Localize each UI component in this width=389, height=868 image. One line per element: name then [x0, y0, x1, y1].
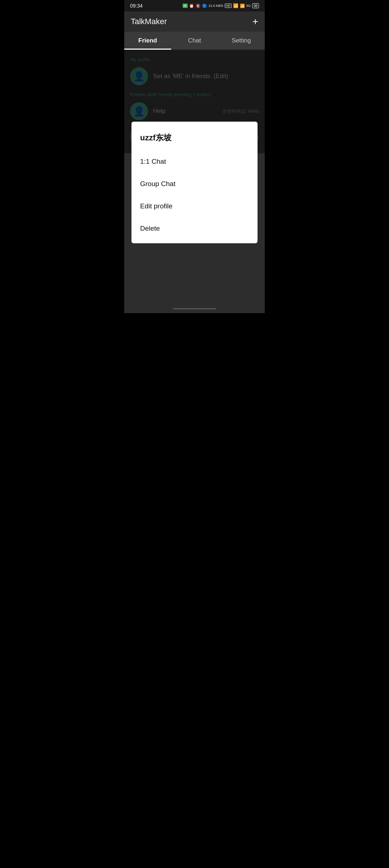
- menu-item-delete[interactable]: Delete: [131, 217, 258, 240]
- tab-bar: Friend Chat Setting: [124, 32, 265, 50]
- tab-setting[interactable]: Setting: [218, 32, 265, 50]
- tab-friend[interactable]: Friend: [124, 32, 171, 50]
- status-bar: 09:34 ✉ ⏰ 🔇 🔵 21.0 KB/S HD 📶 📶 5G 98: [124, 0, 265, 12]
- app-container: 09:34 ✉ ⏰ 🔇 🔵 21.0 KB/S HD 📶 📶 5G 98 Tal…: [124, 0, 265, 313]
- mute-icon: 🔇: [196, 4, 201, 8]
- status-icons: ✉ ⏰ 🔇 🔵 21.0 KB/S HD 📶 📶 5G 98: [183, 3, 259, 8]
- message-notification-icon: ✉: [183, 4, 188, 8]
- add-friend-button[interactable]: +: [252, 17, 258, 27]
- tab-chat[interactable]: Chat: [171, 32, 218, 50]
- signal-icon: 📶: [240, 4, 245, 8]
- battery-icon: 98: [252, 3, 259, 8]
- app-title: TalkMaker: [131, 17, 167, 26]
- status-time: 09:34: [130, 3, 143, 9]
- data-speed-label: 21.0 KB/S: [209, 4, 223, 8]
- content-area: My profile 👤 Set as 'ME' in friends. (Ed…: [124, 50, 265, 313]
- tab-friend-label: Friend: [138, 37, 157, 44]
- tab-setting-label: Setting: [232, 37, 251, 44]
- menu-item-one-to-one-chat[interactable]: 1:1 Chat: [131, 150, 258, 173]
- bluetooth-icon: 🔵: [202, 4, 207, 8]
- wifi-icon: 📶: [233, 3, 238, 8]
- context-menu: uzzf东坡 1:1 Chat Group Chat Edit profile …: [131, 122, 258, 243]
- alarm-icon: ⏰: [189, 4, 194, 8]
- tab-chat-label: Chat: [188, 37, 201, 44]
- context-menu-title: uzzf东坡: [131, 125, 258, 150]
- menu-item-group-chat[interactable]: Group Chat: [131, 173, 258, 195]
- app-header: TalkMaker +: [124, 12, 265, 32]
- hd-badge: HD: [225, 4, 232, 8]
- signal-5g-icon: 5G: [246, 4, 251, 8]
- battery-level: 98: [254, 4, 258, 8]
- menu-item-edit-profile[interactable]: Edit profile: [131, 195, 258, 217]
